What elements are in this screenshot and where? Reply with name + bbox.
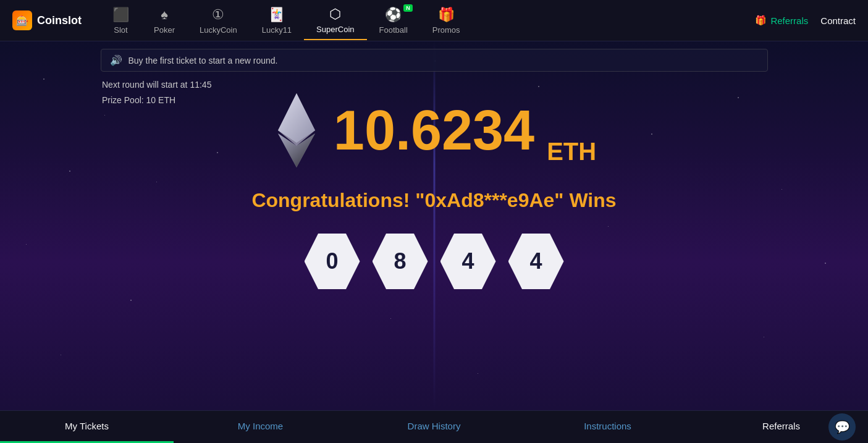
- congratulations-text: Congratulations! "0xAd8***e9Ae" Wins: [251, 189, 616, 212]
- nav-label-lucky11: Lucky11: [262, 25, 292, 35]
- nav-item-luckycoin[interactable]: ① LuckyCoin: [187, 2, 250, 40]
- header-right: 🎁 Referrals Contract: [755, 15, 856, 26]
- tab-referrals-label: Referrals: [762, 421, 800, 431]
- winning-numbers-row: 0 8 4 4: [305, 234, 564, 289]
- nav-label-luckycoin: LuckyCoin: [200, 25, 237, 35]
- winning-number-2: 8: [373, 234, 428, 289]
- chat-icon: 💬: [835, 420, 850, 434]
- winning-number-3: 4: [440, 234, 496, 289]
- contract-button[interactable]: Contract: [820, 15, 856, 26]
- nav-label-promos: Promos: [432, 25, 460, 35]
- logo-text: Coinslot: [37, 14, 82, 27]
- promos-icon: 🎁: [438, 7, 455, 23]
- supercoin-icon: ⬡: [329, 6, 341, 22]
- nav-label-poker: Poker: [154, 25, 175, 35]
- chat-button[interactable]: 💬: [828, 413, 856, 441]
- notice-bar: 🔊 Buy the first ticket to start a new ro…: [101, 49, 768, 72]
- speaker-icon: 🔊: [110, 54, 122, 66]
- lucky11-icon: 🃏: [268, 7, 285, 23]
- tab-draw-history[interactable]: Draw History: [347, 411, 521, 443]
- luckycoin-icon: ①: [212, 7, 224, 23]
- eth-value: 10.6234: [334, 103, 534, 158]
- football-icon: ⚽: [385, 7, 402, 23]
- nav-item-promos[interactable]: 🎁 Promos: [420, 2, 473, 40]
- svg-marker-1: [278, 93, 315, 143]
- nav-item-slot[interactable]: ⬛ Slot: [100, 2, 141, 40]
- winning-number-4: 4: [508, 234, 564, 289]
- eth-unit: ETH: [547, 138, 596, 166]
- logo-icon: 🎰: [12, 11, 32, 30]
- nav-item-lucky11[interactable]: 🃏 Lucky11: [250, 2, 304, 40]
- nav-label-supercoin: SuperCoin: [316, 25, 354, 34]
- tab-instructions-label: Instructions: [584, 421, 631, 431]
- prize-pool-text: Prize Pool: 10 ETH: [102, 93, 211, 108]
- slot-icon: ⬛: [112, 7, 129, 23]
- logo-area[interactable]: 🎰 Coinslot: [12, 11, 82, 30]
- contract-label: Contract: [820, 15, 856, 26]
- nav-item-football[interactable]: N ⚽ Football: [367, 2, 420, 40]
- poker-icon: ♠: [161, 7, 168, 23]
- referrals-button[interactable]: 🎁 Referrals: [755, 15, 808, 26]
- tab-my-income-label: My Income: [238, 421, 283, 431]
- nav-label-football: Football: [379, 25, 408, 35]
- notice-text: Buy the first ticket to start a new roun…: [129, 56, 278, 65]
- footer-tabs: My Tickets My Income Draw History Instru…: [0, 410, 868, 443]
- eth-display: 10.6234 ETH: [272, 90, 596, 171]
- ethereum-logo: [272, 90, 321, 171]
- tab-my-income[interactable]: My Income: [174, 411, 347, 443]
- main-content: 🔊 Buy the first ticket to start a new ro…: [0, 41, 868, 410]
- winning-number-1: 0: [305, 234, 360, 289]
- round-info: Next round will start at 11:45 Prize Poo…: [102, 77, 211, 108]
- referrals-label: Referrals: [770, 15, 808, 26]
- tab-my-tickets[interactable]: My Tickets: [0, 411, 174, 443]
- header: 🎰 Coinslot ⬛ Slot ♠ Poker ① LuckyCoin 🃏 …: [0, 0, 868, 41]
- nav-item-poker[interactable]: ♠ Poker: [141, 2, 187, 40]
- next-round-text: Next round will start at 11:45: [102, 77, 211, 93]
- gift-icon: 🎁: [755, 15, 767, 26]
- nav-item-supercoin[interactable]: ⬡ SuperCoin: [304, 1, 366, 40]
- tab-instructions[interactable]: Instructions: [521, 411, 694, 443]
- main-nav: ⬛ Slot ♠ Poker ① LuckyCoin 🃏 Lucky11 ⬡ S…: [100, 1, 755, 40]
- tab-my-tickets-label: My Tickets: [65, 421, 109, 431]
- tab-draw-history-label: Draw History: [408, 421, 461, 431]
- nav-label-slot: Slot: [114, 25, 127, 35]
- football-badge: N: [403, 4, 413, 12]
